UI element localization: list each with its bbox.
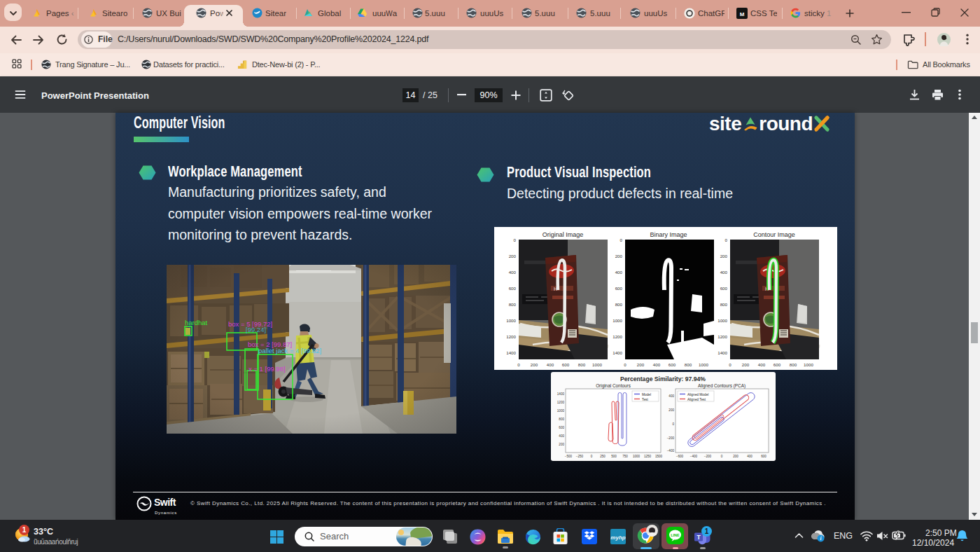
svg-text:pallet jack = 4 [99.82]: pallet jack = 4 [99.82]: [258, 347, 321, 354]
svg-text:0: 0: [721, 455, 723, 458]
svg-text:1000: 1000: [557, 409, 565, 413]
svg-text:400: 400: [559, 434, 564, 438]
svg-text:800: 800: [559, 418, 564, 421]
svg-text:0: 0: [514, 237, 517, 242]
svg-text:[99.24]: [99.24]: [246, 326, 266, 333]
svg-text:800: 800: [578, 362, 586, 367]
svg-text:1000: 1000: [633, 455, 640, 458]
svg-text:−400: −400: [690, 455, 698, 458]
svg-text:x = 1 [99.98]: x = 1 [99.98]: [248, 365, 286, 373]
svg-text:0: 0: [591, 455, 593, 458]
svg-text:400: 400: [747, 455, 752, 458]
svg-text:1500: 1500: [655, 455, 663, 458]
svg-text:1400: 1400: [557, 392, 565, 396]
svg-text:600: 600: [559, 426, 564, 429]
svg-text:−600: −600: [676, 455, 684, 458]
svg-text:600: 600: [562, 362, 570, 367]
svg-text:400: 400: [509, 270, 517, 275]
svg-text:Aligned Test: Aligned Test: [687, 398, 706, 401]
svg-text:800: 800: [509, 302, 517, 307]
svg-text:Contour Image: Contour Image: [753, 231, 795, 238]
svg-text:Aligned Contours (PCA): Aligned Contours (PCA): [698, 383, 746, 389]
svg-text:Test: Test: [642, 398, 648, 401]
svg-text:Original Image: Original Image: [542, 231, 584, 238]
svg-text:400: 400: [668, 394, 674, 398]
svg-text:200: 200: [509, 254, 517, 258]
svg-text:0: 0: [517, 362, 520, 367]
svg-text:M: M: [740, 11, 745, 18]
svg-text:0: 0: [672, 422, 674, 426]
svg-text:Model: Model: [642, 393, 651, 396]
svg-text:250: 250: [600, 455, 606, 458]
svg-text:1200: 1200: [557, 401, 565, 404]
svg-text:−250: −250: [576, 455, 584, 458]
svg-text:−400: −400: [667, 449, 675, 453]
svg-text:−500: −500: [565, 455, 573, 458]
svg-text:Binary Image: Binary Image: [650, 231, 687, 238]
svg-text:LINE: LINE: [671, 533, 680, 537]
svg-text:600: 600: [509, 286, 517, 291]
svg-text:Aligned Model: Aligned Model: [687, 393, 708, 396]
svg-text:1400: 1400: [506, 350, 516, 355]
svg-text:−200: −200: [667, 436, 675, 440]
svg-text:600: 600: [761, 455, 766, 458]
svg-text:1000: 1000: [592, 362, 602, 367]
svg-text:hardhat: hardhat: [185, 319, 208, 326]
svg-text:200: 200: [668, 408, 674, 412]
svg-text:T: T: [696, 534, 701, 541]
svg-text:Original Contours: Original Contours: [596, 383, 631, 389]
svg-text:500: 500: [611, 455, 617, 458]
svg-text:Percentage Similarity: 97.94%: Percentage Similarity: 97.94%: [620, 375, 706, 382]
svg-text:1250: 1250: [644, 455, 652, 458]
svg-text:1200: 1200: [506, 334, 516, 339]
svg-text:myhp: myhp: [610, 534, 625, 541]
svg-text:200: 200: [531, 362, 538, 367]
svg-text:1000: 1000: [506, 318, 516, 323]
svg-text:400: 400: [547, 362, 554, 367]
svg-text:200: 200: [559, 443, 564, 446]
svg-text:200: 200: [733, 455, 738, 458]
svg-text:750: 750: [622, 455, 628, 458]
svg-text:−200: −200: [704, 455, 712, 458]
